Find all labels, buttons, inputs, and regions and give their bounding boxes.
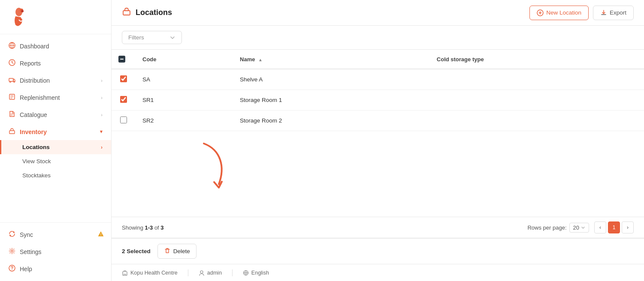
- language-icon: [243, 270, 249, 276]
- sidebar-item-inventory[interactable]: Inventory ▾: [0, 123, 111, 140]
- svg-rect-15: [123, 11, 130, 15]
- sidebar-item-sync[interactable]: Sync !: [0, 226, 111, 243]
- chevron-down-icon: ▾: [100, 129, 103, 135]
- sidebar-item-dashboard[interactable]: Dashboard: [0, 38, 111, 55]
- footer-divider: [232, 269, 233, 276]
- sidebar: ō Dashboard Reports Distribution ›: [0, 0, 112, 281]
- name-column-header[interactable]: Name ▲: [233, 50, 430, 69]
- export-button[interactable]: Export: [593, 6, 634, 20]
- row-checkbox-cell[interactable]: [112, 111, 136, 131]
- select-all-header[interactable]: [112, 50, 136, 69]
- rows-per-page-value: 20: [573, 224, 579, 231]
- page-title: Locations: [136, 8, 172, 17]
- row-code: SR2: [136, 111, 233, 131]
- sidebar-item-label: Help: [20, 266, 32, 272]
- row-checkbox[interactable]: [120, 117, 127, 123]
- filters-label: Filters: [128, 34, 144, 41]
- truck-icon: [9, 76, 15, 85]
- filters-bar: Filters: [112, 26, 644, 50]
- prev-page-button[interactable]: ‹: [594, 221, 606, 233]
- svg-rect-6: [9, 78, 13, 81]
- page-title-icon: [122, 7, 131, 18]
- export-label: Export: [610, 9, 626, 16]
- table-row: SR2 Storage Room 2: [112, 111, 644, 131]
- new-location-button[interactable]: New Location: [529, 6, 589, 20]
- sidebar-item-reports[interactable]: Reports: [0, 55, 111, 72]
- sidebar-item-label: Inventory: [20, 129, 47, 135]
- main-content: Locations New Location Export Filters: [112, 0, 644, 281]
- sidebar-item-settings[interactable]: Settings: [0, 243, 111, 260]
- sidebar-item-view-stock[interactable]: View Stock: [0, 154, 111, 168]
- footer: Kopu Health Centre admin English: [112, 264, 644, 281]
- indeterminate-checkbox[interactable]: [118, 56, 125, 63]
- sort-asc-icon: ▲: [258, 57, 263, 62]
- pagination-total: 3: [160, 224, 163, 231]
- svg-point-8: [14, 81, 15, 83]
- pagination-range: 1-3: [145, 224, 153, 231]
- delete-button[interactable]: Delete: [157, 244, 197, 259]
- footer-username: admin: [207, 270, 222, 276]
- sidebar-item-label: Settings: [20, 248, 42, 255]
- locations-table: Code Name ▲ Cold storage type SA Sh: [112, 50, 644, 131]
- svg-rect-17: [123, 272, 127, 275]
- building-icon: [122, 270, 128, 276]
- footer-divider: [188, 269, 188, 276]
- svg-point-14: [12, 269, 12, 270]
- row-checkbox-cell[interactable]: [112, 90, 136, 111]
- chevron-down-icon: [169, 35, 175, 41]
- sidebar-item-replenishment[interactable]: Replenishment ›: [0, 89, 111, 106]
- page-1-button[interactable]: 1: [608, 221, 620, 233]
- row-code: SA: [136, 69, 233, 90]
- sidebar-item-locations[interactable]: Locations ›: [0, 140, 111, 154]
- sidebar-item-catalogue[interactable]: Catalogue ›: [0, 106, 111, 123]
- next-page-button[interactable]: ›: [622, 221, 634, 233]
- sidebar-item-stocktakes[interactable]: Stocktakes: [0, 168, 111, 182]
- footer-user: admin: [199, 270, 222, 276]
- rows-per-page: Rows per page: 20: [527, 223, 589, 233]
- chevron-right-icon: ›: [101, 78, 103, 83]
- sidebar-item-label: Distribution: [20, 77, 50, 84]
- plus-circle-icon: [537, 9, 544, 16]
- header-actions: New Location Export: [529, 6, 634, 20]
- inventory-submenu: Locations › View Stock Stocktakes: [0, 140, 111, 182]
- sidebar-sub-item-label: View Stock: [22, 158, 51, 164]
- help-icon: [9, 265, 15, 273]
- selected-count: 2 Selected: [122, 248, 151, 254]
- row-checkbox[interactable]: [120, 75, 127, 82]
- sidebar-item-distribution[interactable]: Distribution ›: [0, 72, 111, 89]
- sidebar-bottom: Sync ! Settings Help: [0, 222, 111, 281]
- svg-point-7: [10, 81, 11, 83]
- table-row: SA Shelve A: [112, 69, 644, 90]
- sidebar-item-help[interactable]: Help: [0, 260, 111, 278]
- row-checkbox-cell[interactable]: [112, 69, 136, 90]
- globe-icon: [9, 42, 15, 51]
- chevron-right-icon: ›: [101, 144, 103, 150]
- sidebar-item-label: Replenishment: [20, 94, 60, 101]
- chevron-down-icon: [581, 225, 585, 230]
- action-bar: 2 Selected Delete: [112, 238, 644, 264]
- sidebar-item-label: Dashboard: [20, 43, 49, 50]
- svg-point-2: [21, 10, 24, 12]
- row-checkbox[interactable]: [120, 96, 127, 103]
- user-icon: [199, 270, 205, 276]
- new-location-label: New Location: [546, 9, 581, 16]
- main-header: Locations New Location Export: [112, 0, 644, 26]
- locations-table-container: Code Name ▲ Cold storage type SA Sh: [112, 50, 644, 217]
- page-title-row: Locations: [122, 7, 172, 18]
- footer-language: English: [243, 270, 269, 276]
- row-code: SR1: [136, 90, 233, 111]
- svg-point-18: [200, 271, 203, 273]
- row-name: Shelve A: [233, 69, 430, 90]
- row-cold-storage: [430, 90, 644, 111]
- rows-per-page-select[interactable]: 20: [569, 223, 589, 233]
- footer-language-name: English: [251, 270, 269, 276]
- row-name: Storage Room 2: [233, 111, 430, 131]
- showing-text: Showing 1-3 of 3: [122, 224, 164, 231]
- table-row: SR1 Storage Room 1: [112, 90, 644, 111]
- sidebar-item-label: Reports: [20, 60, 41, 67]
- sidebar-logo: ō: [0, 0, 111, 34]
- sidebar-item-label: Sync: [20, 231, 33, 238]
- code-column-header: Code: [136, 50, 233, 69]
- filters-dropdown[interactable]: Filters: [122, 31, 182, 44]
- footer-org: Kopu Health Centre: [122, 270, 178, 276]
